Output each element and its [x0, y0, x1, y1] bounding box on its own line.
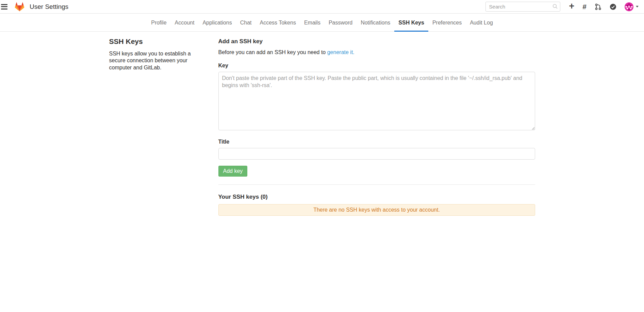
hamburger-menu-icon[interactable] — [0, 1, 11, 13]
merge-request-icon[interactable] — [595, 3, 601, 10]
settings-tab-nav: Profile Account Applications Chat Access… — [0, 14, 644, 32]
key-label: Key — [218, 63, 535, 69]
tab-chat[interactable]: Chat — [236, 14, 256, 32]
key-textarea[interactable] — [218, 72, 535, 130]
tab-preferences[interactable]: Preferences — [428, 14, 466, 32]
tab-applications[interactable]: Applications — [198, 14, 236, 32]
search-input[interactable] — [485, 2, 560, 12]
generate-key-hint: Before you can add an SSH key you need t… — [218, 49, 535, 55]
user-menu[interactable] — [625, 2, 639, 11]
todo-check-icon[interactable] — [610, 3, 616, 10]
section-heading: SSH Keys — [109, 37, 218, 46]
section-description-column: SSH Keys SSH keys allow you to establish… — [109, 37, 218, 216]
avatar[interactable] — [625, 2, 633, 11]
search-icon — [552, 4, 558, 9]
section-description: SSH keys allow you to establish a secure… — [109, 50, 198, 71]
tab-password[interactable]: Password — [325, 14, 357, 32]
title-input[interactable] — [218, 148, 535, 160]
tab-audit-log[interactable]: Audit Log — [466, 14, 497, 32]
section-divider — [218, 184, 535, 185]
your-ssh-keys-heading: Your SSH keys (0) — [218, 194, 535, 200]
page-title: User Settings — [30, 3, 68, 11]
add-key-button[interactable]: Add key — [218, 166, 248, 177]
tab-account[interactable]: Account — [171, 14, 199, 32]
tab-access-tokens[interactable]: Access Tokens — [255, 14, 300, 32]
hash-shortcut-icon[interactable]: # — [582, 3, 587, 10]
caret-down-icon — [636, 6, 639, 7]
title-label: Title — [218, 139, 535, 145]
search-box — [485, 2, 560, 12]
gitlab-logo-icon[interactable] — [14, 2, 25, 12]
tab-profile[interactable]: Profile — [147, 14, 170, 32]
tab-emails[interactable]: Emails — [300, 14, 325, 32]
tab-notifications[interactable]: Notifications — [357, 14, 394, 32]
ssh-keys-page: SSH Keys SSH keys allow you to establish… — [109, 32, 535, 216]
no-keys-notice: There are no SSH keys with access to you… — [218, 204, 535, 216]
new-plus-icon[interactable]: + — [569, 2, 575, 11]
top-navbar: User Settings + # — [0, 0, 644, 14]
generate-it-link[interactable]: generate it. — [327, 49, 354, 55]
ssh-key-form-column: Add an SSH key Before you can add an SSH… — [218, 37, 535, 216]
tab-ssh-keys[interactable]: SSH Keys — [394, 14, 428, 32]
generate-key-hint-text: Before you can add an SSH key you need t… — [218, 49, 327, 55]
add-ssh-key-heading: Add an SSH key — [218, 38, 535, 45]
